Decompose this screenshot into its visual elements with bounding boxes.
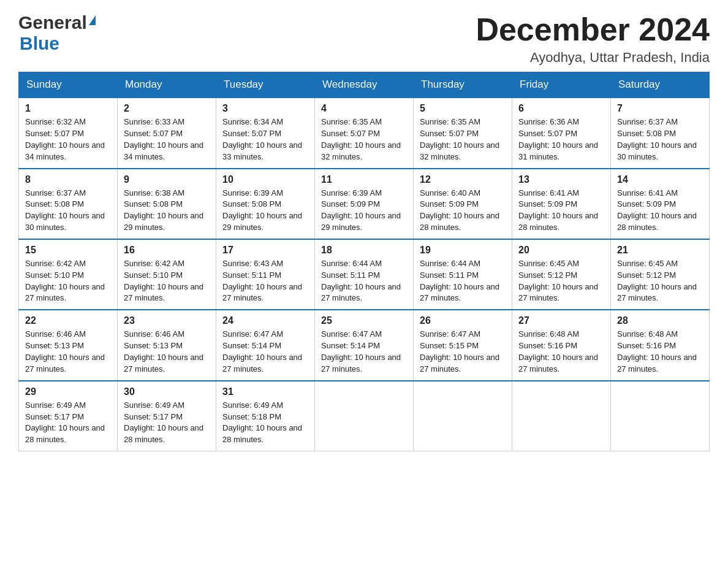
day-number: 18 <box>321 245 407 256</box>
day-info: Sunrise: 6:36 AMSunset: 5:07 PMDaylight:… <box>518 117 604 163</box>
day-info: Sunrise: 6:40 AMSunset: 5:09 PMDaylight:… <box>420 188 506 234</box>
day-info: Sunrise: 6:37 AMSunset: 5:08 PMDaylight:… <box>25 188 111 234</box>
day-info: Sunrise: 6:48 AMSunset: 5:16 PMDaylight:… <box>518 329 604 375</box>
calendar-cell: 18Sunrise: 6:44 AMSunset: 5:11 PMDayligh… <box>315 239 414 310</box>
day-info: Sunrise: 6:44 AMSunset: 5:11 PMDaylight:… <box>420 258 506 304</box>
day-info: Sunrise: 6:41 AMSunset: 5:09 PMDaylight:… <box>617 188 703 234</box>
day-info: Sunrise: 6:37 AMSunset: 5:08 PMDaylight:… <box>617 117 703 163</box>
day-number: 31 <box>222 386 308 397</box>
day-number: 27 <box>518 315 604 326</box>
day-number: 24 <box>222 315 308 326</box>
calendar-cell: 31Sunrise: 6:49 AMSunset: 5:18 PMDayligh… <box>216 381 315 451</box>
day-info: Sunrise: 6:47 AMSunset: 5:14 PMDaylight:… <box>321 329 407 375</box>
calendar-table: SundayMondayTuesdayWednesdayThursdayFrid… <box>18 72 710 451</box>
calendar-cell: 3Sunrise: 6:34 AMSunset: 5:07 PMDaylight… <box>216 98 315 168</box>
day-info: Sunrise: 6:38 AMSunset: 5:08 PMDaylight:… <box>124 188 210 234</box>
logo: General Blue <box>18 12 96 54</box>
calendar-week-row: 1Sunrise: 6:32 AMSunset: 5:07 PMDaylight… <box>19 98 710 168</box>
calendar-cell: 2Sunrise: 6:33 AMSunset: 5:07 PMDaylight… <box>118 98 216 168</box>
day-info: Sunrise: 6:46 AMSunset: 5:13 PMDaylight:… <box>124 329 210 375</box>
calendar-cell: 7Sunrise: 6:37 AMSunset: 5:08 PMDaylight… <box>611 98 710 168</box>
day-info: Sunrise: 6:35 AMSunset: 5:07 PMDaylight:… <box>420 117 506 163</box>
calendar-cell: 16Sunrise: 6:42 AMSunset: 5:10 PMDayligh… <box>118 239 216 310</box>
day-number: 5 <box>420 103 506 114</box>
day-number: 21 <box>617 245 703 256</box>
calendar-cell <box>414 381 512 451</box>
day-info: Sunrise: 6:49 AMSunset: 5:17 PMDaylight:… <box>124 400 210 446</box>
day-number: 1 <box>25 103 111 114</box>
day-number: 6 <box>518 103 604 114</box>
day-number: 29 <box>25 386 111 397</box>
day-number: 26 <box>420 315 506 326</box>
calendar-cell: 20Sunrise: 6:45 AMSunset: 5:12 PMDayligh… <box>512 239 611 310</box>
day-info: Sunrise: 6:44 AMSunset: 5:11 PMDaylight:… <box>321 258 407 304</box>
day-info: Sunrise: 6:35 AMSunset: 5:07 PMDaylight:… <box>321 117 407 163</box>
day-number: 20 <box>518 245 604 256</box>
calendar-cell: 30Sunrise: 6:49 AMSunset: 5:17 PMDayligh… <box>118 381 216 451</box>
col-header-tuesday: Tuesday <box>216 72 315 98</box>
day-number: 7 <box>617 103 703 114</box>
calendar-cell: 19Sunrise: 6:44 AMSunset: 5:11 PMDayligh… <box>414 239 512 310</box>
calendar-cell: 6Sunrise: 6:36 AMSunset: 5:07 PMDaylight… <box>512 98 611 168</box>
col-header-sunday: Sunday <box>19 72 118 98</box>
calendar-cell: 26Sunrise: 6:47 AMSunset: 5:15 PMDayligh… <box>414 310 512 380</box>
calendar-week-row: 22Sunrise: 6:46 AMSunset: 5:13 PMDayligh… <box>19 310 710 380</box>
col-header-saturday: Saturday <box>611 72 710 98</box>
day-number: 4 <box>321 103 407 114</box>
calendar-cell: 22Sunrise: 6:46 AMSunset: 5:13 PMDayligh… <box>19 310 118 380</box>
day-number: 13 <box>518 174 604 185</box>
day-number: 12 <box>420 174 506 185</box>
day-number: 2 <box>124 103 210 114</box>
calendar-cell: 9Sunrise: 6:38 AMSunset: 5:08 PMDaylight… <box>118 169 216 239</box>
calendar-cell: 21Sunrise: 6:45 AMSunset: 5:12 PMDayligh… <box>611 239 710 310</box>
day-number: 16 <box>124 245 210 256</box>
calendar-cell: 17Sunrise: 6:43 AMSunset: 5:11 PMDayligh… <box>216 239 315 310</box>
day-number: 10 <box>222 174 308 185</box>
calendar-week-row: 8Sunrise: 6:37 AMSunset: 5:08 PMDaylight… <box>19 169 710 239</box>
day-info: Sunrise: 6:45 AMSunset: 5:12 PMDaylight:… <box>518 258 604 304</box>
day-number: 15 <box>25 245 111 256</box>
calendar-week-row: 29Sunrise: 6:49 AMSunset: 5:17 PMDayligh… <box>19 381 710 451</box>
day-info: Sunrise: 6:47 AMSunset: 5:15 PMDaylight:… <box>420 329 506 375</box>
calendar-cell: 29Sunrise: 6:49 AMSunset: 5:17 PMDayligh… <box>19 381 118 451</box>
day-number: 9 <box>124 174 210 185</box>
day-number: 8 <box>25 174 111 185</box>
month-year-title: December 2024 <box>476 12 710 47</box>
calendar-cell: 10Sunrise: 6:39 AMSunset: 5:08 PMDayligh… <box>216 169 315 239</box>
calendar-cell: 23Sunrise: 6:46 AMSunset: 5:13 PMDayligh… <box>118 310 216 380</box>
day-info: Sunrise: 6:43 AMSunset: 5:11 PMDaylight:… <box>222 258 308 304</box>
calendar-cell: 4Sunrise: 6:35 AMSunset: 5:07 PMDaylight… <box>315 98 414 168</box>
calendar-cell: 1Sunrise: 6:32 AMSunset: 5:07 PMDaylight… <box>19 98 118 168</box>
day-info: Sunrise: 6:42 AMSunset: 5:10 PMDaylight:… <box>124 258 210 304</box>
day-number: 14 <box>617 174 703 185</box>
day-info: Sunrise: 6:49 AMSunset: 5:18 PMDaylight:… <box>222 400 308 446</box>
calendar-cell: 24Sunrise: 6:47 AMSunset: 5:14 PMDayligh… <box>216 310 315 380</box>
col-header-wednesday: Wednesday <box>315 72 414 98</box>
day-info: Sunrise: 6:39 AMSunset: 5:08 PMDaylight:… <box>222 188 308 234</box>
day-info: Sunrise: 6:45 AMSunset: 5:12 PMDaylight:… <box>617 258 703 304</box>
day-number: 17 <box>222 245 308 256</box>
day-info: Sunrise: 6:47 AMSunset: 5:14 PMDaylight:… <box>222 329 308 375</box>
calendar-cell: 27Sunrise: 6:48 AMSunset: 5:16 PMDayligh… <box>512 310 611 380</box>
calendar-cell: 8Sunrise: 6:37 AMSunset: 5:08 PMDaylight… <box>19 169 118 239</box>
day-number: 22 <box>25 315 111 326</box>
day-info: Sunrise: 6:48 AMSunset: 5:16 PMDaylight:… <box>617 329 703 375</box>
calendar-cell: 25Sunrise: 6:47 AMSunset: 5:14 PMDayligh… <box>315 310 414 380</box>
day-info: Sunrise: 6:41 AMSunset: 5:09 PMDaylight:… <box>518 188 604 234</box>
calendar-cell: 11Sunrise: 6:39 AMSunset: 5:09 PMDayligh… <box>315 169 414 239</box>
day-info: Sunrise: 6:49 AMSunset: 5:17 PMDaylight:… <box>25 400 111 446</box>
day-info: Sunrise: 6:42 AMSunset: 5:10 PMDaylight:… <box>25 258 111 304</box>
calendar-cell <box>611 381 710 451</box>
day-number: 19 <box>420 245 506 256</box>
day-info: Sunrise: 6:33 AMSunset: 5:07 PMDaylight:… <box>124 117 210 163</box>
day-number: 3 <box>222 103 308 114</box>
calendar-cell <box>315 381 414 451</box>
day-info: Sunrise: 6:39 AMSunset: 5:09 PMDaylight:… <box>321 188 407 234</box>
day-info: Sunrise: 6:32 AMSunset: 5:07 PMDaylight:… <box>25 117 111 163</box>
calendar-cell: 13Sunrise: 6:41 AMSunset: 5:09 PMDayligh… <box>512 169 611 239</box>
day-number: 11 <box>321 174 407 185</box>
calendar-cell: 14Sunrise: 6:41 AMSunset: 5:09 PMDayligh… <box>611 169 710 239</box>
location-subtitle: Ayodhya, Uttar Pradesh, India <box>476 50 710 66</box>
day-info: Sunrise: 6:46 AMSunset: 5:13 PMDaylight:… <box>25 329 111 375</box>
day-number: 28 <box>617 315 703 326</box>
